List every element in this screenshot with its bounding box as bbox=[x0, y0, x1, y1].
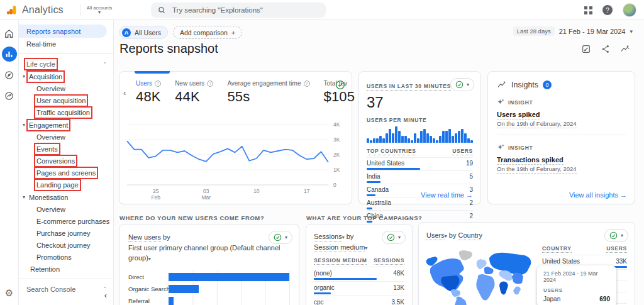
view-real-time-link[interactable]: View real time → bbox=[421, 191, 473, 199]
caret-down-icon: ▾ bbox=[285, 235, 287, 240]
caret-down-icon: ▾ bbox=[148, 256, 151, 262]
home-icon[interactable] bbox=[2, 26, 17, 41]
admin-gear-icon[interactable]: ⚙ bbox=[5, 287, 13, 299]
svg-text:0: 0 bbox=[333, 182, 336, 188]
caret-down-icon: ▾ bbox=[445, 233, 447, 239]
divider bbox=[19, 53, 113, 54]
sidebar-item-ecommerce-purchases[interactable]: E-commerce purchases bbox=[19, 215, 113, 227]
overview-metrics-card: ‹ Users? 48K New users? 44K Average enga… bbox=[119, 71, 352, 204]
metric-help-icon[interactable]: ? bbox=[304, 80, 310, 87]
apps-grid-icon[interactable] bbox=[584, 6, 592, 14]
add-comparison-button[interactable]: Add comparison + bbox=[173, 26, 242, 39]
sidebar-section-search-console[interactable]: Search Console ⌃ bbox=[19, 283, 113, 295]
sidebar-item-engagement-overview[interactable]: Overview bbox=[19, 131, 113, 143]
data-quality-check-icon[interactable] bbox=[335, 80, 345, 92]
dimension-picker[interactable]: Session medium▾ bbox=[314, 243, 367, 251]
scroll-metrics-left-icon[interactable]: ‹ bbox=[123, 88, 126, 97]
sidebar-group-acquisition[interactable]: ▾ Acquisition bbox=[19, 70, 113, 82]
reports-icon[interactable] bbox=[2, 47, 17, 62]
main-content: A All Users Add comparison + Last 28 day… bbox=[114, 20, 644, 305]
check-circle-icon bbox=[274, 233, 282, 241]
svg-text:Mar: Mar bbox=[201, 194, 211, 201]
metric-avg-engagement-time[interactable]: Average engagement time? 55s bbox=[227, 80, 309, 105]
metric-users[interactable]: Users? 48K bbox=[136, 80, 161, 105]
search-icon bbox=[157, 6, 166, 14]
dimension-picker[interactable]: First user primary channel group (Defaul… bbox=[128, 244, 280, 262]
insights-icon[interactable] bbox=[620, 44, 630, 54]
insight-sparkle-icon bbox=[497, 143, 505, 152]
check-circle-icon bbox=[455, 80, 464, 89]
sidebar-item-pages-and-screens[interactable]: Pages and screens bbox=[19, 167, 113, 179]
global-search[interactable] bbox=[151, 3, 326, 18]
sidebar-item-realtime[interactable]: Real-time bbox=[19, 38, 113, 50]
search-input[interactable] bbox=[172, 6, 319, 14]
sidebar-item-monetisation-overview[interactable]: Overview bbox=[19, 203, 113, 215]
caret-down-icon: ▾ bbox=[365, 245, 367, 251]
metric-help-icon[interactable]: ? bbox=[155, 80, 161, 87]
users-trend-line-chart: 01K2K3K4K25Feb03Mar1017 bbox=[123, 119, 348, 202]
table-row[interactable]: (none)48K bbox=[314, 267, 404, 281]
sidebar-group-engagement[interactable]: ▾ Engagement bbox=[19, 119, 113, 131]
metric-help-icon[interactable]: ? bbox=[207, 80, 213, 87]
dimension-picker[interactable]: Country bbox=[458, 231, 483, 240]
insights-title: Insights bbox=[511, 80, 538, 89]
caret-down-icon: ▾ bbox=[630, 28, 633, 35]
data-quality-dropdown[interactable]: ▾ bbox=[604, 229, 628, 242]
sidebar-item-purchase-journey[interactable]: Purchase journey bbox=[19, 227, 113, 239]
caret-down-icon: ▾ bbox=[398, 235, 401, 240]
expand-triangle-icon[interactable]: ▾ bbox=[23, 74, 25, 79]
insight-item[interactable]: INSIGHT Users spiked On the 19th of Febr… bbox=[497, 98, 626, 127]
insight-sparkle-icon bbox=[497, 98, 505, 106]
data-quality-dropdown[interactable]: ▾ bbox=[269, 231, 292, 244]
sidebar-item-reports-snapshot[interactable]: Reports snapshot bbox=[19, 25, 107, 38]
metric-new-users[interactable]: New users? 44K bbox=[175, 80, 213, 105]
sidebar-item-traffic-acquisition[interactable]: Traffic acquisition bbox=[19, 106, 113, 118]
sidebar-group-monetisation[interactable]: ▾ Monetisation bbox=[19, 191, 113, 203]
app-logo[interactable]: Analytics bbox=[0, 4, 64, 16]
insight-item[interactable]: INSIGHT Transactions spiked On the 19th … bbox=[497, 143, 626, 172]
avatar[interactable] bbox=[623, 3, 636, 17]
account-switcher[interactable]: All accounts ▾ bbox=[80, 4, 118, 16]
table-row[interactable]: cpc3.5K bbox=[314, 296, 404, 305]
date-preset-badge: Last 28 days bbox=[513, 26, 555, 36]
customize-report-icon[interactable] bbox=[581, 44, 591, 54]
expand-triangle-icon[interactable]: ▾ bbox=[23, 122, 25, 128]
users-per-minute-label: USERS PER MINUTE bbox=[367, 117, 473, 123]
data-quality-dropdown[interactable]: ▾ bbox=[382, 231, 406, 244]
sidebar-item-events[interactable]: Events bbox=[19, 143, 113, 155]
collapse-sidebar-icon[interactable]: ‹ bbox=[104, 291, 107, 300]
audience-chip[interactable]: A All Users bbox=[119, 26, 168, 39]
chevron-up-icon[interactable]: ⌃ bbox=[103, 62, 107, 66]
advertising-icon[interactable] bbox=[2, 88, 17, 103]
section-heading-new-users: WHERE DO YOUR NEW USERS COME FROM? bbox=[119, 214, 264, 221]
data-quality-dropdown[interactable]: ▾ bbox=[450, 78, 474, 91]
check-circle-icon bbox=[609, 231, 618, 240]
table-row[interactable]: organic13K bbox=[314, 281, 404, 296]
scroll-metrics-right-icon[interactable]: › bbox=[329, 88, 331, 97]
date-range-picker[interactable]: Last 28 days 21 Feb - 19 Mar 2024 ▾ bbox=[513, 26, 633, 36]
sidebar-item-user-acquisition[interactable]: User acquisition bbox=[19, 94, 113, 106]
table-row[interactable]: Australia2 bbox=[367, 197, 473, 210]
sidebar-item-promotions[interactable]: Promotions bbox=[19, 251, 113, 263]
sidebar-item-conversions[interactable]: Conversions bbox=[19, 155, 113, 167]
sidebar-item-landing-page[interactable]: Landing page bbox=[19, 179, 113, 191]
expand-triangle-icon[interactable]: ▾ bbox=[23, 194, 25, 200]
share-icon[interactable] bbox=[601, 44, 611, 54]
metric-picker[interactable]: Users▾ bbox=[426, 231, 447, 239]
metric-picker[interactable]: Sessions▾ bbox=[314, 233, 345, 240]
active-metric-indicator bbox=[135, 71, 170, 74]
svg-text:4K: 4K bbox=[333, 121, 340, 128]
view-all-insights-link[interactable]: View all insights → bbox=[569, 191, 627, 199]
sidebar-item-retention[interactable]: Retention bbox=[19, 263, 113, 275]
users-by-country-card: Users▾ by Country ▾ COU bbox=[418, 222, 635, 305]
table-row[interactable]: India5 bbox=[367, 170, 473, 184]
sidebar-item-acquisition-overview[interactable]: Overview bbox=[19, 82, 113, 94]
sidebar-item-checkout-journey[interactable]: Checkout journey bbox=[19, 239, 113, 251]
realtime-card: USERS IN LAST 30 MINUTES ▾ 37 USERS PER … bbox=[358, 71, 481, 204]
page-title: Reports snapshot bbox=[119, 42, 218, 56]
help-icon[interactable]: ? bbox=[602, 5, 613, 15]
svg-text:1K: 1K bbox=[333, 167, 340, 173]
sidebar-section-life-cycle[interactable]: Life cycle ⌃ bbox=[19, 58, 113, 70]
explore-icon[interactable] bbox=[2, 67, 17, 82]
table-row[interactable]: United States19 bbox=[367, 157, 473, 170]
